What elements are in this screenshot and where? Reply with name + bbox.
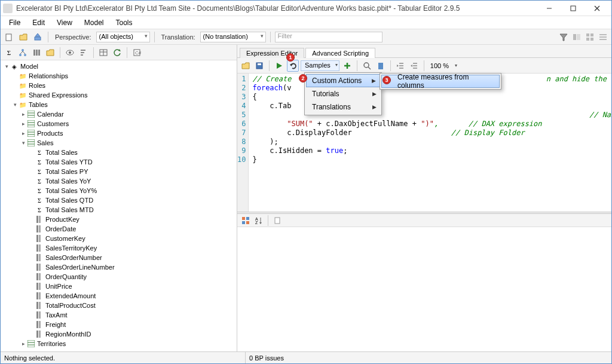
menu-file[interactable]: File <box>3 17 26 28</box>
sort-icon[interactable] <box>78 47 90 59</box>
open-script-icon[interactable] <box>240 60 252 72</box>
tree-column: SalesTerritoryKey <box>1 243 237 253</box>
hierarchy-icon[interactable] <box>17 47 29 59</box>
tree-node-customers: ▸Customers <box>1 119 237 129</box>
sigma-icon[interactable]: Σ <box>3 47 15 59</box>
svg-marker-92 <box>397 65 399 67</box>
column-icon <box>35 330 44 338</box>
tree-column: ProductKey <box>1 215 237 224</box>
code-area[interactable]: // Create n and hide the column. foreach… <box>249 74 611 212</box>
svg-marker-5 <box>20 34 27 40</box>
svg-rect-16 <box>599 36 607 38</box>
line-gutter: 12345678910 <box>237 74 249 212</box>
find-icon[interactable] <box>361 60 373 72</box>
svg-rect-81 <box>258 63 261 65</box>
column-icon[interactable] <box>30 47 42 59</box>
svg-marker-96 <box>411 65 412 67</box>
grid-icon[interactable] <box>584 31 596 43</box>
eye-icon[interactable] <box>64 47 76 59</box>
measure-icon: Σ <box>35 186 44 195</box>
folder-icon[interactable] <box>44 47 56 59</box>
perspective-select[interactable]: (All objects) <box>96 32 150 42</box>
maximize-button[interactable] <box>561 1 585 16</box>
refresh-icon[interactable] <box>111 47 123 59</box>
bookmark-icon[interactable] <box>375 60 387 72</box>
prop-page-icon[interactable] <box>271 215 283 227</box>
menu-edit[interactable]: Edit <box>26 17 51 28</box>
filter-input[interactable]: Filter <box>275 32 382 42</box>
menu-custom-actions[interactable]: Custom Actions▶ 3 Create measures from c… <box>306 74 380 87</box>
model-tree[interactable]: ▾◈Model 📁Relationships 📁Roles 📁Shared Ex… <box>1 60 237 351</box>
svg-marker-82 <box>277 63 282 69</box>
samples-dropdown[interactable]: Samples <box>301 60 339 71</box>
svg-rect-71 <box>39 311 41 319</box>
open-icon[interactable] <box>17 31 29 43</box>
svg-rect-59 <box>39 254 41 261</box>
table-icon <box>27 120 35 128</box>
save-script-icon[interactable] <box>253 60 265 72</box>
menu-create-measures[interactable]: Create measures from columns <box>381 75 500 88</box>
perspective-label: Perspective: <box>55 33 91 41</box>
column-icon <box>35 282 44 290</box>
tree-measure: ΣTotal Sales MTD <box>1 205 237 215</box>
tree-node-territories: ▸Territories <box>1 339 237 348</box>
tree-node-sales: ▾Sales <box>1 138 237 148</box>
svg-rect-17 <box>599 39 607 40</box>
menu-translations[interactable]: Translations▶ <box>306 100 380 114</box>
svg-rect-50 <box>36 216 38 223</box>
tab-expression-editor[interactable]: Expression Editor <box>240 48 304 58</box>
svg-rect-70 <box>36 311 38 319</box>
layout-icon[interactable] <box>571 31 583 43</box>
tree-column: Freight <box>1 320 237 329</box>
tree-node-roles: 📁Roles <box>1 81 237 90</box>
tree-measure: ΣTotal Sales <box>1 148 237 157</box>
code-editor[interactable]: 12345678910 // Create n and hide the col… <box>237 74 611 212</box>
window: Excelerator BI Pty Ltd\Excelerator BI Pt… <box>0 0 612 364</box>
svg-rect-105 <box>275 218 280 224</box>
list-icon[interactable] <box>597 31 609 43</box>
minimize-button[interactable] <box>537 1 561 16</box>
tree-column: SalesOrderLineNumber <box>1 262 237 272</box>
column-icon <box>35 215 44 224</box>
svg-rect-30 <box>81 52 84 53</box>
measure-icon: Σ <box>35 177 44 185</box>
zoom-select[interactable]: 100 % <box>428 62 457 70</box>
svg-rect-64 <box>36 283 38 290</box>
run-icon[interactable] <box>273 60 285 72</box>
svg-rect-73 <box>39 321 41 328</box>
column-icon <box>35 253 44 262</box>
measure-icon: Σ <box>35 167 44 176</box>
close-button[interactable] <box>585 1 609 16</box>
tab-advanced-scripting[interactable]: Advanced Scripting <box>305 48 375 58</box>
tree-toolbar: Σ C# <box>1 45 237 60</box>
tree-measure: ΣTotal Sales PY <box>1 167 237 176</box>
svg-rect-1 <box>571 6 576 11</box>
app-icon <box>3 4 13 13</box>
table-view-icon[interactable] <box>97 47 109 59</box>
menu-model[interactable]: Model <box>78 17 110 28</box>
svg-rect-14 <box>590 38 593 41</box>
folder-icon: 📁 <box>19 72 27 80</box>
svg-rect-9 <box>573 34 576 40</box>
svg-rect-4 <box>6 34 11 41</box>
measure-icon: Σ <box>35 196 44 204</box>
script-icon[interactable]: C# <box>131 47 143 59</box>
categorized-icon[interactable] <box>240 215 252 227</box>
menu-view[interactable]: View <box>51 17 78 28</box>
properties-grid[interactable] <box>237 227 611 351</box>
add-icon[interactable] <box>341 60 353 72</box>
svg-rect-65 <box>39 283 41 290</box>
deploy-icon[interactable] <box>32 31 44 43</box>
svg-text:C#: C# <box>135 50 141 56</box>
custom-actions-submenu: 3 Create measures from columns <box>380 73 501 90</box>
outdent-icon[interactable] <box>408 60 420 72</box>
translation-select[interactable]: (No translation) <box>200 32 266 42</box>
menu-tools[interactable]: Tools <box>110 17 139 28</box>
menu-tutorials[interactable]: Tutorials▶ <box>306 87 380 100</box>
new-icon[interactable] <box>3 31 15 43</box>
tree-pane: Σ C# ▾◈Model 📁Relationships 📁Roles 📁Shar… <box>1 45 237 351</box>
indent-icon[interactable] <box>394 60 406 72</box>
sort-az-icon[interactable]: AZ <box>253 215 265 227</box>
filter-icon[interactable] <box>558 31 570 43</box>
svg-rect-61 <box>39 264 41 271</box>
